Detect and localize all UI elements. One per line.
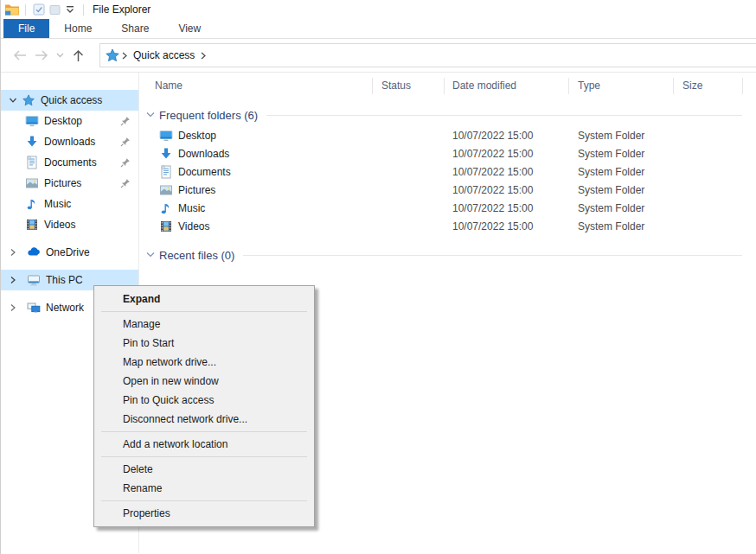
chevron-down-icon[interactable]: [8, 96, 18, 105]
recent-locations-chevron-icon[interactable]: [53, 44, 67, 67]
sidebar-item-documents[interactable]: Documents: [1, 152, 138, 173]
address-bar[interactable]: Quick access: [99, 43, 756, 67]
sidebar-item-label: Network: [46, 302, 84, 314]
file-type: System Folder: [569, 220, 674, 232]
file-row-pictures[interactable]: Pictures 10/07/2022 15:00 System Folder: [139, 181, 756, 199]
file-type: System Folder: [569, 166, 674, 178]
group-header-recent-files[interactable]: Recent files (0): [139, 245, 756, 264]
file-date-modified: 10/07/2022 15:00: [445, 130, 569, 142]
column-header-type[interactable]: Type: [569, 78, 674, 94]
column-header-status[interactable]: Status: [373, 78, 445, 94]
menu-item-expand[interactable]: Expand: [94, 290, 314, 309]
tab-view[interactable]: View: [163, 19, 215, 38]
computer-icon: [27, 273, 41, 287]
menu-item-add-network-location[interactable]: Add a network location: [94, 435, 314, 454]
column-header-name[interactable]: Name: [139, 78, 373, 94]
tab-share[interactable]: Share: [106, 19, 163, 38]
documents-icon: [25, 156, 39, 169]
sidebar-item-music[interactable]: Music: [1, 194, 138, 214]
chevron-right-icon[interactable]: [8, 248, 18, 257]
menu-item-properties[interactable]: Properties: [94, 504, 314, 523]
window-title: File Explorer: [93, 3, 151, 16]
file-row-music[interactable]: Music 10/07/2022 15:00 System Folder: [139, 199, 756, 217]
desktop-icon: [25, 114, 39, 128]
column-header-size[interactable]: Size: [674, 78, 743, 94]
sidebar-item-desktop[interactable]: Desktop: [1, 111, 138, 131]
file-type: System Folder: [569, 202, 674, 214]
sidebar-item-pictures[interactable]: Pictures: [1, 173, 138, 194]
title-bar: File Explorer: [1, 0, 756, 19]
menu-item-delete[interactable]: Delete: [94, 460, 314, 479]
back-arrow-icon[interactable]: [8, 44, 30, 67]
menu-separator: [101, 456, 307, 457]
tab-home[interactable]: Home: [49, 19, 106, 38]
network-icon: [27, 301, 41, 315]
sidebar-item-label: Documents: [44, 156, 97, 169]
titlebar-separator: [83, 4, 84, 16]
sidebar-item-label: This PC: [46, 274, 83, 286]
file-type: System Folder: [569, 148, 674, 160]
menu-separator: [101, 311, 307, 312]
breadcrumb-quick-access[interactable]: Quick access: [133, 49, 195, 61]
titlebar-separator: [25, 4, 26, 16]
sidebar-item-label: Quick access: [41, 94, 102, 106]
menu-item-pin-to-start[interactable]: Pin to Start: [94, 334, 314, 353]
sidebar-spacer: [1, 235, 138, 242]
menu-item-pin-to-quick-access[interactable]: Pin to Quick access: [94, 391, 314, 410]
sidebar-spacer: [1, 263, 138, 270]
group-header-line: [243, 255, 742, 256]
menu-item-map-network-drive[interactable]: Map network drive...: [94, 353, 314, 372]
sidebar-item-label: OneDrive: [46, 246, 90, 258]
file-type: System Folder: [569, 130, 674, 142]
downloads-icon: [25, 135, 39, 149]
file-type: System Folder: [569, 184, 674, 196]
file-date-modified: 10/07/2022 15:00: [445, 202, 569, 214]
menu-item-rename[interactable]: Rename: [94, 479, 314, 498]
file-date-modified: 10/07/2022 15:00: [445, 184, 569, 196]
file-name: Pictures: [178, 184, 215, 196]
videos-icon: [25, 218, 39, 232]
pin-icon: [120, 178, 131, 188]
chevron-right-icon[interactable]: [8, 276, 18, 284]
onedrive-cloud-icon: [27, 245, 41, 259]
column-header-row: Name Status Date modified Type Size: [139, 73, 756, 99]
qat-new-folder-icon[interactable]: [47, 2, 62, 17]
qat-customize-dropdown-icon[interactable]: [62, 2, 78, 17]
up-arrow-icon[interactable]: [67, 44, 89, 67]
breadcrumb-chevron-icon[interactable]: [198, 52, 208, 60]
videos-icon: [159, 220, 173, 233]
chevron-down-icon[interactable]: [146, 111, 155, 118]
group-header-label: Recent files (0): [159, 249, 234, 262]
qat-properties-icon[interactable]: [31, 2, 47, 17]
sidebar-item-onedrive[interactable]: OneDrive: [1, 242, 138, 263]
chevron-right-icon[interactable]: [8, 303, 18, 312]
file-row-videos[interactable]: Videos 10/07/2022 15:00 System Folder: [139, 217, 756, 235]
group-header-frequent-folders[interactable]: Frequent folders (6): [139, 105, 756, 124]
file-name: Desktop: [178, 130, 216, 142]
menu-item-open-in-new-window[interactable]: Open in new window: [94, 372, 314, 391]
file-name: Videos: [178, 220, 209, 232]
sidebar-item-downloads[interactable]: Downloads: [1, 131, 138, 152]
documents-icon: [159, 165, 173, 179]
sidebar-item-videos[interactable]: Videos: [1, 214, 138, 235]
pin-icon: [120, 116, 131, 126]
forward-arrow-icon[interactable]: [30, 44, 53, 67]
menu-item-manage[interactable]: Manage: [94, 315, 314, 334]
menu-separator: [101, 500, 307, 501]
chevron-down-icon[interactable]: [146, 252, 155, 258]
file-date-modified: 10/07/2022 15:00: [445, 148, 569, 160]
quick-access-star-icon: [22, 93, 35, 107]
file-date-modified: 10/07/2022 15:00: [445, 166, 569, 178]
file-row-documents[interactable]: Documents 10/07/2022 15:00 System Folder: [139, 162, 756, 181]
quick-access-star-icon[interactable]: [106, 48, 119, 62]
sidebar-item-quick-access[interactable]: Quick access: [1, 90, 138, 111]
breadcrumb-chevron-icon[interactable]: [119, 52, 130, 60]
file-row-downloads[interactable]: Downloads 10/07/2022 15:00 System Folder: [139, 144, 756, 162]
file-explorer-window: File Explorer File Home Share View: [0, 0, 756, 554]
menu-item-disconnect-network-drive[interactable]: Disconnect network drive...: [94, 410, 314, 429]
column-header-date-modified[interactable]: Date modified: [445, 78, 569, 94]
file-row-desktop[interactable]: Desktop 10/07/2022 15:00 System Folder: [139, 126, 756, 144]
tab-file[interactable]: File: [3, 19, 49, 38]
menu-separator: [101, 431, 307, 432]
ribbon-tab-bar: File Home Share View: [1, 19, 756, 39]
